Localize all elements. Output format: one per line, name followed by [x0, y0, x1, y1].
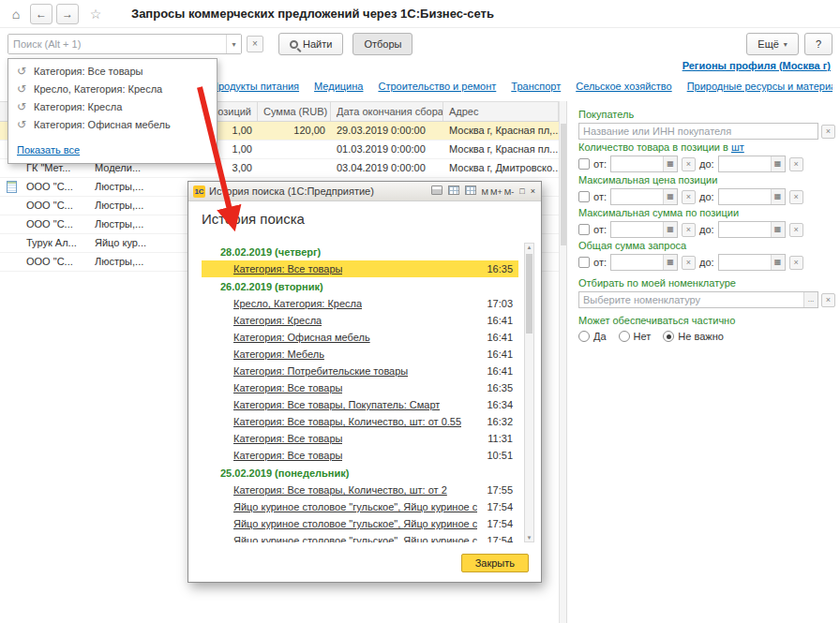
category-link[interactable]: Строительство и ремонт — [378, 81, 496, 92]
filters-toggle-button[interactable]: Отборы — [352, 33, 412, 55]
to-field[interactable]: ▦ — [718, 254, 786, 271]
from-select-button[interactable]: ▦ — [663, 255, 677, 270]
category-link[interactable]: Сельское хозяйство — [576, 81, 671, 92]
history-entry[interactable]: Яйцо куриное столовое "гульское", Яйцо к… — [202, 498, 518, 515]
from-clear-button[interactable]: × — [682, 190, 696, 204]
history-entry-link[interactable]: Категория: Все товары — [233, 382, 342, 393]
history-entry[interactable]: Категория: Все товары 11:31 — [202, 430, 518, 447]
history-entry[interactable]: Кресло, Категория: Кресла 17:03 — [202, 295, 518, 312]
show-all-link[interactable]: Показать все — [17, 144, 80, 156]
search-history-item[interactable]: ↺ Кресло, Категория: Кресла — [8, 80, 217, 97]
search-history-item[interactable]: ↺ Категория: Все товары — [8, 62, 217, 80]
history-entry-link[interactable]: Категория: Все товары, Покупатель: Смарт — [233, 399, 440, 410]
from-field[interactable]: ▦ — [610, 221, 678, 238]
history-entry-link[interactable]: Категория: Все товары — [233, 433, 342, 444]
from-field[interactable]: ▦ — [610, 156, 678, 172]
scale-button[interactable]: М- — [503, 188, 516, 197]
buyer-field[interactable] — [578, 123, 818, 140]
help-button[interactable]: ? — [804, 33, 832, 55]
buyer-clear-button[interactable]: × — [821, 125, 835, 139]
history-entry[interactable]: Категория: Все товары 16:35 — [202, 379, 518, 396]
scroll-up-icon[interactable]: ▲ — [525, 245, 533, 250]
table-view-button-2[interactable] — [464, 185, 477, 197]
from-input[interactable] — [611, 255, 663, 270]
to-field[interactable]: ▦ — [718, 188, 786, 205]
find-button[interactable]: Найти — [278, 33, 343, 55]
from-clear-button[interactable]: × — [682, 223, 696, 237]
category-link[interactable]: Транспорт — [511, 81, 561, 92]
forward-button[interactable]: → — [56, 4, 79, 24]
from-input[interactable] — [611, 156, 663, 171]
history-entry-link[interactable]: Категория: Офисная мебель — [233, 332, 370, 343]
to-clear-button[interactable]: × — [789, 190, 803, 204]
to-input[interactable] — [719, 255, 771, 270]
radio-option[interactable]: Не важно — [663, 331, 724, 342]
history-entry[interactable]: Яйцо куриное столовое "гульское", Яйцо к… — [202, 515, 518, 532]
to-select-button[interactable]: ▦ — [771, 222, 785, 237]
search-history-item[interactable]: ↺ Категория: Кресла — [8, 97, 217, 115]
range-checkbox[interactable] — [578, 257, 590, 268]
history-entry[interactable]: Категория: Мебель 16:41 — [202, 346, 518, 363]
search-clear-button[interactable]: × — [247, 36, 263, 52]
region-profile-link[interactable]: Регионы профиля (Москва г) — [682, 60, 831, 71]
scale-button[interactable]: М+ — [489, 188, 503, 197]
history-entry-link[interactable]: Яйцо куриное столовое "гульское", Яйцо к… — [233, 518, 477, 529]
to-clear-button[interactable]: × — [789, 223, 803, 237]
home-button[interactable]: ⌂ — [6, 4, 26, 24]
nomenclature-field[interactable]: ... — [578, 291, 818, 308]
favorites-button[interactable]: ☆ — [86, 7, 105, 22]
search-input[interactable] — [8, 35, 226, 53]
to-select-button[interactable]: ▦ — [771, 156, 785, 171]
from-clear-button[interactable]: × — [682, 256, 696, 270]
from-select-button[interactable]: ▦ — [663, 156, 677, 171]
radio-option[interactable]: Да — [578, 331, 607, 342]
history-entry[interactable]: Категория: Потребительские товары 16:41 — [202, 363, 518, 379]
to-select-button[interactable]: ▦ — [771, 189, 785, 204]
history-entry-link[interactable]: Яйцо куриное столовое "гульское", Яйцо к… — [233, 501, 477, 512]
scale-button[interactable]: М — [481, 188, 490, 197]
history-scrollbar[interactable]: ▲ ▼ — [524, 243, 534, 542]
from-select-button[interactable]: ▦ — [663, 189, 677, 204]
from-field[interactable]: ▦ — [610, 254, 678, 271]
category-link[interactable]: Медицина — [314, 81, 363, 92]
range-checkbox[interactable] — [578, 158, 590, 170]
history-entry[interactable]: Категория: Все товары, Покупатель: Смарт… — [202, 396, 518, 413]
range-checkbox[interactable] — [578, 191, 590, 202]
from-input[interactable] — [611, 222, 663, 237]
radio-option[interactable]: Нет — [619, 331, 652, 342]
history-entry-link[interactable]: Кресло, Категория: Кресла — [233, 298, 362, 309]
category-link[interactable]: Природные ресурсы и материалы для произв… — [687, 81, 832, 92]
history-entry[interactable]: Категория: Кресла 16:41 — [202, 312, 518, 329]
from-clear-button[interactable]: × — [682, 157, 696, 171]
search-dropdown-button[interactable]: ▾ — [226, 35, 241, 53]
close-window-button[interactable]: × — [530, 187, 536, 196]
scroll-down-icon[interactable]: ▼ — [525, 535, 533, 541]
to-field[interactable]: ▦ — [718, 156, 786, 172]
buyer-input[interactable] — [579, 124, 818, 139]
print-button[interactable] — [430, 185, 443, 197]
history-entry[interactable]: Яйцо куриное столовое "гульское", Яйцо к… — [202, 532, 518, 542]
nomenclature-choose-button[interactable]: ... — [803, 292, 818, 307]
to-select-button[interactable]: ▦ — [771, 255, 785, 270]
close-history-button[interactable]: Закрыть — [461, 554, 529, 572]
col-header-date[interactable]: Дата окончания сбора — [331, 102, 443, 121]
from-select-button[interactable]: ▦ — [663, 222, 677, 237]
nomenclature-clear-button[interactable]: × — [821, 293, 835, 307]
history-entry[interactable]: Категория: Все товары, Количество, шт: о… — [202, 413, 518, 430]
range-checkbox[interactable] — [578, 224, 590, 235]
to-field[interactable]: ▦ — [718, 221, 786, 238]
search-history-item[interactable]: ↺ Категория: Офисная мебель — [8, 115, 217, 133]
history-entry[interactable]: Категория: Все товары 16:35 — [202, 260, 518, 277]
history-entry-link[interactable]: Категория: Потребительские товары — [233, 365, 408, 377]
history-entry-link[interactable]: Яйцо куриное столовое "гульское", Яйцо к… — [233, 535, 477, 542]
history-entry[interactable]: Категория: Офисная мебель 16:41 — [202, 329, 518, 346]
history-entry-link[interactable]: Категория: Все товары — [233, 450, 342, 461]
history-entry-link[interactable]: Категория: Мебель — [233, 349, 324, 360]
from-input[interactable] — [611, 189, 663, 204]
history-entry[interactable]: Категория: Все товары, Количество, шт: о… — [202, 482, 518, 498]
from-field[interactable]: ▦ — [610, 188, 678, 205]
history-entry-link[interactable]: Категория: Кресла — [233, 315, 322, 326]
category-link[interactable]: Продукты питания — [211, 81, 299, 92]
nomenclature-input[interactable] — [579, 292, 803, 307]
scrollbar-thumb[interactable] — [526, 254, 532, 334]
